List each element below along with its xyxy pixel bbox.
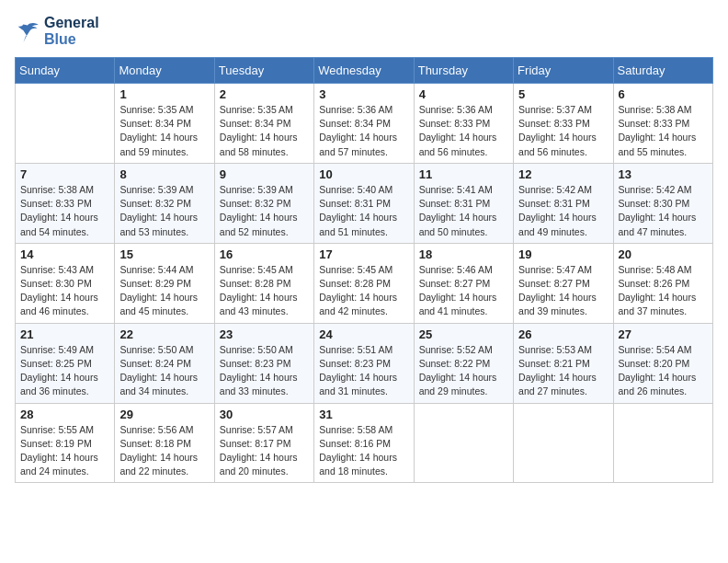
day-number: 29 <box>119 408 209 421</box>
day-number: 17 <box>319 247 408 261</box>
day-content: Sunrise: 5:49 AM Sunset: 8:25 PM Dayligh… <box>20 343 109 399</box>
calendar-cell: 18Sunrise: 5:46 AM Sunset: 8:27 PM Dayli… <box>414 243 513 323</box>
calendar-cell: 19Sunrise: 5:47 AM Sunset: 8:27 PM Dayli… <box>514 243 613 323</box>
day-content: Sunrise: 5:47 AM Sunset: 8:27 PM Dayligh… <box>518 263 608 319</box>
calendar-cell: 6Sunrise: 5:38 AM Sunset: 8:33 PM Daylig… <box>613 84 712 164</box>
day-content: Sunrise: 5:54 AM Sunset: 8:20 PM Dayligh… <box>619 343 708 399</box>
calendar-cell <box>613 403 712 483</box>
day-number: 14 <box>20 247 109 261</box>
calendar-cell: 12Sunrise: 5:42 AM Sunset: 8:31 PM Dayli… <box>514 163 613 243</box>
day-number: 24 <box>319 327 408 341</box>
calendar-cell: 30Sunrise: 5:57 AM Sunset: 8:17 PM Dayli… <box>214 403 313 483</box>
calendar-cell: 2Sunrise: 5:35 AM Sunset: 8:34 PM Daylig… <box>214 84 313 164</box>
day-content: Sunrise: 5:39 AM Sunset: 8:32 PM Dayligh… <box>119 183 209 239</box>
week-row-1: 1Sunrise: 5:35 AM Sunset: 8:34 PM Daylig… <box>16 84 713 164</box>
day-content: Sunrise: 5:37 AM Sunset: 8:33 PM Dayligh… <box>518 103 608 159</box>
day-number: 19 <box>518 247 608 261</box>
calendar-cell <box>414 403 513 483</box>
calendar-cell: 21Sunrise: 5:49 AM Sunset: 8:25 PM Dayli… <box>16 323 115 403</box>
day-content: Sunrise: 5:43 AM Sunset: 8:30 PM Dayligh… <box>20 263 109 319</box>
week-row-3: 14Sunrise: 5:43 AM Sunset: 8:30 PM Dayli… <box>16 243 713 323</box>
calendar-cell: 27Sunrise: 5:54 AM Sunset: 8:20 PM Dayli… <box>613 323 712 403</box>
day-content: Sunrise: 5:36 AM Sunset: 8:33 PM Dayligh… <box>419 103 508 159</box>
day-number: 7 <box>20 167 109 181</box>
day-content: Sunrise: 5:35 AM Sunset: 8:34 PM Dayligh… <box>119 103 209 159</box>
day-content: Sunrise: 5:42 AM Sunset: 8:31 PM Dayligh… <box>518 183 608 239</box>
weekday-header-monday: Monday <box>115 58 214 84</box>
calendar-cell: 1Sunrise: 5:35 AM Sunset: 8:34 PM Daylig… <box>115 84 214 164</box>
calendar-cell: 11Sunrise: 5:41 AM Sunset: 8:31 PM Dayli… <box>414 163 513 243</box>
day-content: Sunrise: 5:36 AM Sunset: 8:34 PM Dayligh… <box>319 103 408 159</box>
calendar-cell: 13Sunrise: 5:42 AM Sunset: 8:30 PM Dayli… <box>613 163 712 243</box>
day-number: 9 <box>220 167 309 181</box>
day-number: 13 <box>619 167 708 181</box>
calendar-cell: 22Sunrise: 5:50 AM Sunset: 8:24 PM Dayli… <box>115 323 214 403</box>
day-number: 12 <box>518 167 608 181</box>
day-number: 8 <box>119 167 209 181</box>
weekday-header-friday: Friday <box>514 58 613 84</box>
calendar-cell: 29Sunrise: 5:56 AM Sunset: 8:18 PM Dayli… <box>115 403 214 483</box>
day-content: Sunrise: 5:41 AM Sunset: 8:31 PM Dayligh… <box>419 183 508 239</box>
day-content: Sunrise: 5:56 AM Sunset: 8:18 PM Dayligh… <box>119 423 209 479</box>
calendar-cell: 16Sunrise: 5:45 AM Sunset: 8:28 PM Dayli… <box>214 243 313 323</box>
day-content: Sunrise: 5:53 AM Sunset: 8:21 PM Dayligh… <box>518 343 608 399</box>
calendar-cell: 10Sunrise: 5:40 AM Sunset: 8:31 PM Dayli… <box>314 163 414 243</box>
calendar-cell: 20Sunrise: 5:48 AM Sunset: 8:26 PM Dayli… <box>613 243 712 323</box>
day-number: 31 <box>319 408 408 421</box>
day-content: Sunrise: 5:55 AM Sunset: 8:19 PM Dayligh… <box>20 423 109 479</box>
weekday-header-thursday: Thursday <box>414 58 513 84</box>
calendar-cell: 26Sunrise: 5:53 AM Sunset: 8:21 PM Dayli… <box>514 323 613 403</box>
day-number: 18 <box>419 247 508 261</box>
day-number: 2 <box>220 87 309 101</box>
day-number: 30 <box>220 408 309 421</box>
weekday-header-row: SundayMondayTuesdayWednesdayThursdayFrid… <box>16 58 713 84</box>
logo-bird-icon <box>15 18 40 44</box>
day-number: 11 <box>419 167 508 181</box>
week-row-4: 21Sunrise: 5:49 AM Sunset: 8:25 PM Dayli… <box>16 323 713 403</box>
logo-text: General Blue <box>44 15 99 48</box>
day-number: 6 <box>619 87 708 101</box>
day-content: Sunrise: 5:52 AM Sunset: 8:22 PM Dayligh… <box>419 343 508 399</box>
day-number: 10 <box>319 167 408 181</box>
calendar-cell: 28Sunrise: 5:55 AM Sunset: 8:19 PM Dayli… <box>16 403 115 483</box>
weekday-header-sunday: Sunday <box>16 58 115 84</box>
calendar-cell: 9Sunrise: 5:39 AM Sunset: 8:32 PM Daylig… <box>214 163 313 243</box>
day-number: 5 <box>518 87 608 101</box>
day-content: Sunrise: 5:46 AM Sunset: 8:27 PM Dayligh… <box>419 263 508 319</box>
day-number: 28 <box>20 408 109 421</box>
day-number: 26 <box>518 327 608 341</box>
day-content: Sunrise: 5:38 AM Sunset: 8:33 PM Dayligh… <box>619 103 708 159</box>
calendar-cell: 14Sunrise: 5:43 AM Sunset: 8:30 PM Dayli… <box>16 243 115 323</box>
day-content: Sunrise: 5:48 AM Sunset: 8:26 PM Dayligh… <box>619 263 708 319</box>
weekday-header-wednesday: Wednesday <box>314 58 414 84</box>
day-number: 15 <box>119 247 209 261</box>
calendar-cell: 23Sunrise: 5:50 AM Sunset: 8:23 PM Dayli… <box>214 323 313 403</box>
calendar-cell: 4Sunrise: 5:36 AM Sunset: 8:33 PM Daylig… <box>414 84 513 164</box>
calendar-cell: 24Sunrise: 5:51 AM Sunset: 8:23 PM Dayli… <box>314 323 414 403</box>
calendar-cell: 5Sunrise: 5:37 AM Sunset: 8:33 PM Daylig… <box>514 84 613 164</box>
logo: General Blue <box>15 15 99 48</box>
calendar-cell: 3Sunrise: 5:36 AM Sunset: 8:34 PM Daylig… <box>314 84 414 164</box>
calendar-cell: 15Sunrise: 5:44 AM Sunset: 8:29 PM Dayli… <box>115 243 214 323</box>
day-content: Sunrise: 5:39 AM Sunset: 8:32 PM Dayligh… <box>220 183 309 239</box>
day-content: Sunrise: 5:50 AM Sunset: 8:24 PM Dayligh… <box>119 343 209 399</box>
week-row-2: 7Sunrise: 5:38 AM Sunset: 8:33 PM Daylig… <box>16 163 713 243</box>
page-container: General Blue SundayMondayTuesdayWednesda… <box>15 15 713 483</box>
day-number: 27 <box>619 327 708 341</box>
calendar-cell: 25Sunrise: 5:52 AM Sunset: 8:22 PM Dayli… <box>414 323 513 403</box>
calendar-table: SundayMondayTuesdayWednesdayThursdayFrid… <box>15 57 713 483</box>
day-number: 20 <box>619 247 708 261</box>
day-number: 3 <box>319 87 408 101</box>
day-content: Sunrise: 5:35 AM Sunset: 8:34 PM Dayligh… <box>220 103 309 159</box>
calendar-cell: 7Sunrise: 5:38 AM Sunset: 8:33 PM Daylig… <box>16 163 115 243</box>
calendar-cell: 31Sunrise: 5:58 AM Sunset: 8:16 PM Dayli… <box>314 403 414 483</box>
day-content: Sunrise: 5:51 AM Sunset: 8:23 PM Dayligh… <box>319 343 408 399</box>
day-content: Sunrise: 5:58 AM Sunset: 8:16 PM Dayligh… <box>319 423 408 479</box>
weekday-header-saturday: Saturday <box>613 58 712 84</box>
day-content: Sunrise: 5:40 AM Sunset: 8:31 PM Dayligh… <box>319 183 408 239</box>
calendar-cell <box>514 403 613 483</box>
day-content: Sunrise: 5:42 AM Sunset: 8:30 PM Dayligh… <box>619 183 708 239</box>
calendar-cell: 8Sunrise: 5:39 AM Sunset: 8:32 PM Daylig… <box>115 163 214 243</box>
day-content: Sunrise: 5:57 AM Sunset: 8:17 PM Dayligh… <box>220 423 309 479</box>
day-content: Sunrise: 5:38 AM Sunset: 8:33 PM Dayligh… <box>20 183 109 239</box>
